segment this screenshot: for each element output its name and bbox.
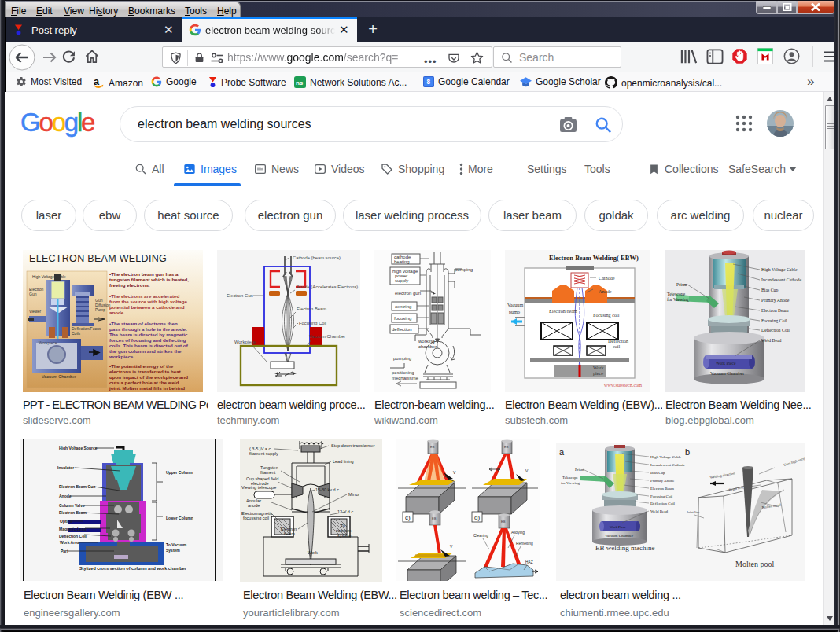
svg-text:focusing: focusing <box>394 316 411 321</box>
svg-text:Lead lining: Lead lining <box>333 459 354 464</box>
svg-text:pumping: pumping <box>393 356 411 361</box>
svg-text:EB: EB <box>432 516 437 520</box>
svg-text:Vacuum Chamber: Vacuum Chamber <box>710 371 744 376</box>
svg-text:Electron Beam: Electron Beam <box>761 308 789 313</box>
svg-text:Incandescent Cathode: Incandescent Cathode <box>650 463 686 467</box>
svg-text:Column Valve: Column Valve <box>59 503 85 508</box>
svg-text:Anode (Accelerates Electrons): Anode (Accelerates Electrons) <box>297 285 358 289</box>
svg-text:Optics: Optics <box>60 519 72 524</box>
svg-text:beam: beam <box>284 531 295 536</box>
svg-text:coils. This beam is directed o: coils. This beam is directed out of <box>109 343 189 348</box>
svg-text:Weld Bead: Weld Bead <box>650 509 668 513</box>
svg-text:High Voltage Source: High Voltage Source <box>59 446 98 450</box>
svg-text:Work Piece: Work Piece <box>716 361 736 366</box>
svg-text:Viewer: Viewer <box>29 309 42 314</box>
svg-text:Vacuum Chamber: Vacuum Chamber <box>309 334 345 339</box>
svg-text:Molten pool: Molten pool <box>735 560 774 568</box>
svg-text:Gun: Gun <box>29 292 37 296</box>
svg-text:workpiece.: workpiece. <box>109 354 134 359</box>
svg-text:Upper Column: Upper Column <box>166 470 193 475</box>
svg-text:coil: coil <box>613 344 621 349</box>
svg-text:centring: centring <box>395 304 411 309</box>
svg-text:•The stream of electrons then: •The stream of electrons then <box>109 321 178 326</box>
svg-text:EB: EB <box>501 520 506 524</box>
svg-text:Deflection Coil: Deflection Coil <box>761 328 790 333</box>
svg-text:Prism: Prism <box>676 282 687 287</box>
svg-text:Focusing Coil: Focusing Coil <box>299 321 326 325</box>
svg-text:Electron Beam: Electron Beam <box>650 487 674 491</box>
svg-text:piece: piece <box>593 370 603 376</box>
svg-text:ELECTRON BEAM WELDING: ELECTRON BEAM WELDING <box>29 253 167 264</box>
svg-text:Electron Beam Welding( EBW): Electron Beam Welding( EBW) <box>549 254 639 262</box>
svg-text:Primary Anode: Primary Anode <box>650 479 675 483</box>
svg-text:pump: pump <box>509 309 520 314</box>
svg-text:Work: Work <box>593 365 604 370</box>
svg-text:Magnetic Lens: Magnetic Lens <box>59 527 87 531</box>
svg-text:deflection: deflection <box>392 327 412 332</box>
svg-text:Electron Beam Gun: Electron Beam Gun <box>59 484 95 489</box>
svg-text:mechanisme: mechanisme <box>392 376 419 380</box>
svg-text:cuts a perfect hole at the wel: cuts a perfect hole at the weld <box>109 380 179 385</box>
svg-text:freeing electrons.: freeing electrons. <box>109 282 150 288</box>
svg-text:Primary Anode: Primary Anode <box>761 298 790 303</box>
svg-text:www.substech.com: www.substech.com <box>604 382 642 388</box>
svg-text:chamber: chamber <box>418 344 437 349</box>
svg-text:Bias Cup: Bias Cup <box>650 471 665 475</box>
svg-text:HAZ: HAZ <box>525 560 533 564</box>
svg-text:Remelting: Remelting <box>516 542 533 546</box>
svg-text:Bias Cup: Bias Cup <box>761 288 779 292</box>
svg-text:the gun column and strikes the: the gun column and strikes the <box>109 348 182 354</box>
svg-text:filament: filament <box>260 470 276 475</box>
svg-text:Cathode: Cathode <box>599 275 615 281</box>
svg-text:heating: heating <box>394 259 410 264</box>
svg-text:Focusing Coil: Focusing Coil <box>650 494 673 498</box>
svg-text:The beam is directed by magnet: The beam is directed by magnetic <box>109 332 188 337</box>
svg-text:b: b <box>685 447 690 457</box>
svg-text:Coils: Coils <box>72 331 81 336</box>
svg-text:Work: Work <box>308 550 318 555</box>
svg-text:EB welding machine: EB welding machine <box>595 544 654 552</box>
svg-text:Focusing Coil: Focusing Coil <box>761 318 787 323</box>
svg-text:Work Piece: Work Piece <box>610 525 626 529</box>
svg-text:Deflection Coil: Deflection Coil <box>650 502 676 505</box>
svg-text:forces of focusing and deflect: forces of focusing and deflecting <box>109 337 186 343</box>
svg-text:a: a <box>559 447 565 457</box>
svg-text:working: working <box>418 339 435 344</box>
svg-text:Viewing telescope: Viewing telescope <box>241 485 276 490</box>
svg-text:pass through a hole in the ano: pass through a hole in the anode. <box>109 326 187 332</box>
svg-text:•The electrons are accelerated: •The electrons are accelerated <box>109 293 179 299</box>
svg-text:upon impact of the workpiece a: upon impact of the workpiece and <box>109 374 188 380</box>
svg-text:Alloying: Alloying <box>511 531 525 535</box>
svg-text:Vacuum Chamber: Vacuum Chamber <box>42 374 76 379</box>
svg-text:High Voltage Cable: High Voltage Cable <box>32 274 66 279</box>
svg-text:Mirror: Mirror <box>348 492 360 497</box>
svg-text:d): d) <box>474 514 480 521</box>
svg-text:pumping: pumping <box>455 267 473 272</box>
svg-text:for Viewing: for Viewing <box>561 481 580 485</box>
svg-text:Deflection: Deflection <box>608 338 628 344</box>
svg-text:Electron Gun: Electron Gun <box>227 293 253 298</box>
svg-text:focussing coil: focussing coil <box>243 516 269 520</box>
svg-text:Step down transformer: Step down transformer <box>331 443 375 448</box>
svg-text:positioning: positioning <box>392 370 414 375</box>
svg-text:Focusing coil: Focusing coil <box>593 312 620 318</box>
svg-text:filament supply: filament supply <box>249 451 278 456</box>
svg-text:anode: anode <box>248 503 260 508</box>
svg-text:High Voltage Cable: High Voltage Cable <box>761 267 798 272</box>
svg-text:Cleaning: Cleaning <box>473 534 488 538</box>
svg-text:Electron Beam: Electron Beam <box>297 307 326 311</box>
svg-text:joint. Molten metal fills in b: joint. Molten metal fills in behind <box>109 385 185 391</box>
svg-text:System: System <box>166 548 180 553</box>
svg-text:Prism: Prism <box>575 468 584 472</box>
svg-text:supply: supply <box>395 278 408 283</box>
svg-text:Deflection Coil: Deflection Coil <box>59 534 87 538</box>
svg-text:Incandescent Cathode: Incandescent Cathode <box>761 277 801 282</box>
svg-text:tungsten filament which is hea: tungsten filament which is heated, <box>109 277 189 282</box>
svg-text:•The electron beam gun has a: •The electron beam gun has a <box>109 271 179 277</box>
svg-text:Vacuum Chamber: Vacuum Chamber <box>605 534 633 538</box>
svg-text:Workpiece: Workpiece <box>39 340 57 345</box>
svg-text:electrons is transferred to he: electrons is transferred to heat <box>109 369 181 374</box>
svg-text:a: a <box>94 76 100 87</box>
svg-text:system: system <box>337 533 352 538</box>
svg-text:High Voltage Cable: High Voltage Cable <box>650 455 682 459</box>
